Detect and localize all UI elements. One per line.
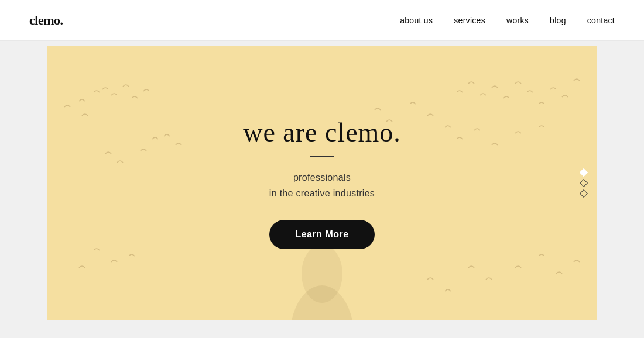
hero-subtitle-line2: in the creative industries	[269, 188, 375, 198]
hero-content: we are clemo. professionals in the creat…	[243, 117, 401, 249]
hero-title: we are clemo.	[243, 117, 401, 148]
nav-blog[interactable]: blog	[550, 16, 566, 25]
svg-point-0	[290, 285, 354, 320]
slide-indicator-3[interactable]	[580, 189, 588, 198]
slide-indicator-2[interactable]	[580, 179, 588, 187]
nav-about-us[interactable]: about us	[400, 16, 433, 25]
svg-point-1	[302, 244, 342, 303]
hero-subtitle-line1: professionals	[293, 173, 351, 182]
hero-wrapper: we are clemo. professionals in the creat…	[0, 41, 644, 320]
hero-divider	[310, 156, 334, 157]
slide-indicators	[581, 170, 587, 196]
nav-contact[interactable]: contact	[587, 16, 615, 25]
nav-works[interactable]: works	[506, 16, 529, 25]
learn-more-button[interactable]: Learn More	[269, 220, 374, 249]
hero-subtitle: professionals in the creative industries	[269, 170, 375, 201]
main-nav: about us services works blog contact	[400, 16, 615, 25]
nav-services[interactable]: services	[454, 16, 485, 25]
slide-indicator-1[interactable]	[580, 168, 588, 177]
site-logo[interactable]: clemo.	[29, 13, 63, 28]
hero-section: we are clemo. professionals in the creat…	[47, 46, 597, 320]
site-header: clemo. about us services works blog cont…	[0, 0, 644, 41]
